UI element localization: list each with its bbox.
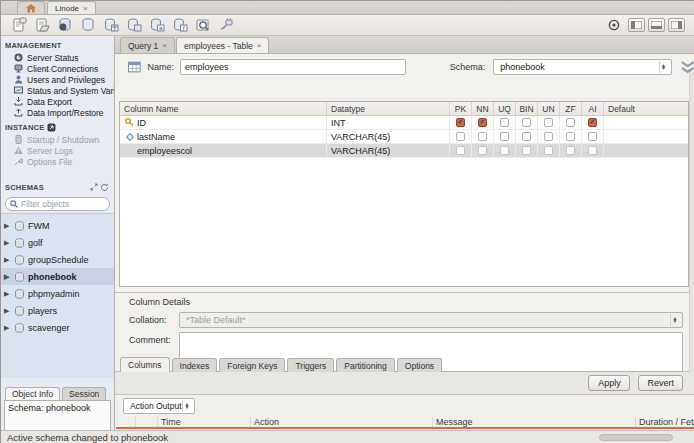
close-icon[interactable]: × — [162, 41, 167, 50]
checkbox-bin[interactable] — [522, 146, 531, 155]
tab-columns[interactable]: Columns — [120, 357, 170, 372]
schema-tree-item-phpmyadmin[interactable]: ▶ phpmyadmin — [1, 285, 114, 302]
sidebar-item-server-status[interactable]: Server Status — [1, 52, 114, 63]
schema-tree-item-golf[interactable]: ▶ golf — [1, 234, 114, 251]
new-function-icon[interactable]: ƒ — [168, 16, 191, 34]
sidebar-item-data-import[interactable]: Data Import/Restore — [1, 107, 114, 118]
new-procedure-icon[interactable]: a — [145, 16, 168, 34]
header-column-name[interactable]: Column Name — [120, 102, 327, 115]
expand-all-icon[interactable] — [88, 182, 99, 192]
tab-triggers[interactable]: Triggers — [287, 358, 334, 372]
sidebar-item-options-file[interactable]: Options File — [1, 156, 114, 167]
spinner-icon[interactable]: ▲▼ — [659, 61, 668, 73]
header-datatype[interactable]: Datatype — [327, 102, 450, 115]
tab-session[interactable]: Session — [62, 387, 106, 400]
header-un[interactable]: UN — [538, 102, 560, 115]
chevron-right-icon[interactable]: ▶ — [4, 222, 11, 230]
header-nn[interactable]: NN — [472, 102, 494, 115]
spinner-icon[interactable]: ▲▼ — [182, 400, 191, 412]
checkbox-ai[interactable] — [588, 146, 597, 155]
chevron-right-icon[interactable]: ▶ — [4, 273, 11, 281]
output-col-duration[interactable]: Duration / Fetch — [636, 417, 694, 427]
schema-tree-item-phonebook[interactable]: ▶ phonebook — [1, 268, 114, 285]
header-bin[interactable]: BIN — [516, 102, 538, 115]
output-col-action[interactable]: Action — [251, 417, 433, 427]
column-row-id[interactable]: ID INT — [120, 116, 688, 130]
chevron-right-icon[interactable]: ▶ — [4, 256, 11, 264]
horizontal-scrollbar-thumb[interactable] — [599, 434, 673, 441]
reconnect-dbms-icon[interactable] — [214, 16, 237, 34]
connection-tab-linode[interactable]: Linode × — [47, 1, 96, 14]
checkbox-ai[interactable] — [588, 118, 597, 127]
header-pk[interactable]: PK — [450, 102, 472, 115]
schema-select[interactable]: phonebook ▲▼ — [493, 59, 671, 75]
checkbox-zf[interactable] — [566, 146, 575, 155]
home-tab[interactable] — [17, 1, 45, 14]
new-connection-icon[interactable] — [53, 16, 76, 34]
tab-indexes[interactable]: Indexes — [172, 358, 218, 372]
revert-button[interactable]: Revert — [638, 375, 683, 391]
checkbox-zf[interactable] — [566, 132, 575, 141]
checkbox-pk[interactable] — [456, 146, 465, 155]
sidebar-item-status-system-variables[interactable]: Status and System Variables — [1, 85, 114, 96]
sidebar-item-data-export[interactable]: Data Export — [1, 96, 114, 107]
table-name-input[interactable] — [180, 59, 406, 75]
vertical-scrollbar[interactable] — [689, 72, 694, 413]
sidebar-item-startup-shutdown[interactable]: Startup / Shutdown — [1, 134, 114, 145]
schema-filter[interactable] — [5, 197, 110, 211]
checkbox-uq[interactable] — [500, 132, 509, 141]
sidebar-item-users-privileges[interactable]: Users and Privileges — [1, 74, 114, 85]
checkbox-nn[interactable] — [478, 118, 487, 127]
checkbox-bin[interactable] — [522, 132, 531, 141]
tab-options[interactable]: Options — [397, 358, 442, 372]
new-table-icon[interactable] — [99, 16, 122, 34]
checkbox-pk[interactable] — [456, 118, 465, 127]
new-view-icon[interactable] — [122, 16, 145, 34]
checkbox-uq[interactable] — [500, 146, 509, 155]
checkbox-bin[interactable] — [522, 118, 531, 127]
search-table-data-icon[interactable] — [191, 16, 214, 34]
collation-select[interactable]: *Table Default* ▲▼ — [179, 312, 683, 328]
schema-tree-item-players[interactable]: ▶ players — [1, 302, 114, 319]
header-default[interactable]: Default — [604, 102, 688, 115]
chevron-right-icon[interactable]: ▶ — [4, 324, 11, 332]
schema-tree-item-groupschedule[interactable]: ▶ groupSchedule — [1, 251, 114, 268]
toggle-right-sidebar-button[interactable] — [668, 18, 685, 32]
checkbox-un[interactable] — [544, 146, 553, 155]
header-ai[interactable]: AI — [582, 102, 604, 115]
schema-tree-item-scavenger[interactable]: ▶ scavenger — [1, 319, 114, 336]
tab-partitioning[interactable]: Partitioning — [336, 358, 395, 372]
tab-employees-table[interactable]: employees - Table× — [176, 37, 270, 53]
chevron-right-icon[interactable]: ▶ — [4, 239, 11, 247]
checkbox-pk[interactable] — [456, 132, 465, 141]
header-uq[interactable]: UQ — [494, 102, 516, 115]
output-col-message[interactable]: Message — [433, 417, 636, 427]
sidebar-item-server-logs[interactable]: Server Logs — [1, 145, 114, 156]
new-schema-icon[interactable] — [76, 16, 99, 34]
sidebar-item-client-connections[interactable]: Client Connections — [1, 63, 114, 74]
checkbox-un[interactable] — [544, 132, 553, 141]
output-selector[interactable]: Action Output ▲▼ — [123, 398, 195, 414]
open-sql-script-icon[interactable] — [30, 16, 53, 34]
toggle-bottom-panel-button[interactable] — [648, 18, 665, 32]
checkbox-nn[interactable] — [478, 146, 487, 155]
new-sql-tab-icon[interactable] — [7, 16, 30, 34]
chevron-right-icon[interactable]: ▶ — [4, 290, 11, 298]
tab-query-1[interactable]: Query 1× — [120, 37, 175, 53]
output-col-time[interactable]: Time — [158, 417, 251, 427]
column-row-employeescol[interactable]: employeescol VARCHAR(45) — [120, 144, 688, 158]
checkbox-nn[interactable] — [478, 132, 487, 141]
apply-button[interactable]: Apply — [588, 375, 630, 391]
checkbox-ai[interactable] — [588, 132, 597, 141]
refresh-icon[interactable] — [99, 182, 110, 192]
toggle-left-sidebar-button[interactable] — [628, 18, 645, 32]
close-icon[interactable]: × — [83, 4, 88, 13]
checkbox-zf[interactable] — [566, 118, 575, 127]
checkbox-un[interactable] — [544, 118, 553, 127]
checkbox-uq[interactable] — [500, 118, 509, 127]
tab-object-info[interactable]: Object Info — [5, 387, 60, 400]
schema-tree-item-fwm[interactable]: ▶ FWM — [1, 217, 114, 234]
schema-filter-input[interactable] — [21, 199, 101, 209]
column-row-lastname[interactable]: lastName VARCHAR(45) — [120, 130, 688, 144]
header-zf[interactable]: ZF — [560, 102, 582, 115]
